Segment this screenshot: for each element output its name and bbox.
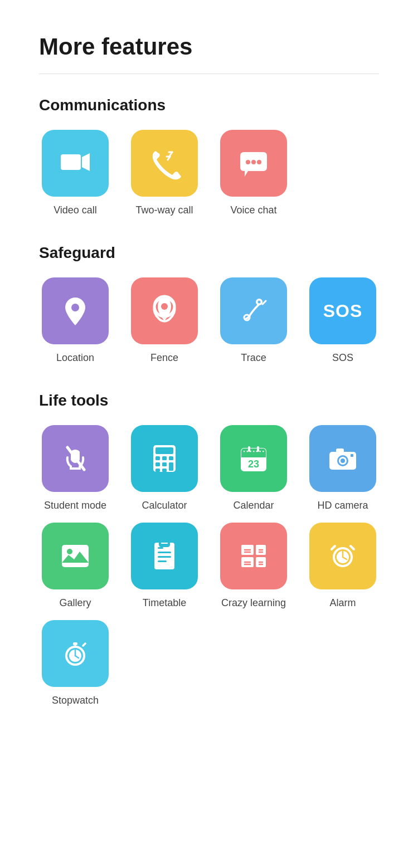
- svg-rect-0: [61, 154, 81, 170]
- icon-box-student-mode: [42, 425, 109, 492]
- communications-grid: Video call Two-way call: [39, 130, 379, 216]
- svg-line-75: [83, 643, 85, 646]
- icon-box-video-call: [42, 130, 109, 197]
- feature-two-way-call[interactable]: Two-way call: [128, 130, 201, 216]
- section-title-communications: Communications: [39, 96, 379, 114]
- section-title-life-tools: Life tools: [39, 392, 379, 409]
- svg-marker-3: [245, 171, 248, 177]
- feature-voice-chat[interactable]: Voice chat: [217, 130, 290, 216]
- svg-rect-23: [162, 469, 167, 472]
- svg-line-67: [351, 546, 354, 549]
- feature-location[interactable]: Location: [39, 277, 111, 364]
- label-location: Location: [56, 352, 94, 364]
- svg-rect-40: [336, 448, 344, 453]
- mute-icon: [59, 442, 92, 475]
- svg-rect-42: [62, 545, 89, 567]
- alarm-icon: [326, 539, 359, 573]
- svg-rect-20: [162, 462, 167, 466]
- label-calculator: Calculator: [142, 500, 187, 511]
- icon-box-hd-camera: [309, 425, 376, 492]
- icon-box-stopwatch: [42, 620, 109, 687]
- icon-box-trace: [220, 277, 287, 344]
- svg-point-12: [258, 301, 261, 304]
- safeguard-grid: Location Fence: [39, 277, 379, 364]
- icon-box-crazy-learning: [220, 523, 287, 589]
- label-voice-chat: Voice chat: [230, 204, 276, 216]
- svg-rect-45: [158, 547, 163, 549]
- svg-rect-18: [169, 456, 173, 460]
- svg-point-4: [246, 160, 250, 164]
- svg-rect-31: [241, 454, 266, 457]
- section-title-safeguard: Safeguard: [39, 244, 379, 262]
- label-trace: Trace: [241, 352, 266, 364]
- trace-icon: [237, 294, 270, 328]
- feature-crazy-learning[interactable]: Crazy learning: [217, 523, 290, 609]
- icon-box-calculator: [131, 425, 198, 492]
- phone-icon: [148, 147, 181, 180]
- svg-rect-47: [158, 556, 171, 558]
- icon-box-timetable: [131, 523, 198, 589]
- feature-video-call[interactable]: Video call: [39, 130, 111, 216]
- svg-rect-16: [155, 456, 160, 460]
- icon-box-two-way-call: [131, 130, 198, 197]
- feature-alarm[interactable]: Alarm: [307, 523, 379, 609]
- feature-hd-camera[interactable]: HD camera: [307, 425, 379, 511]
- timetable-icon: [148, 539, 181, 573]
- stopwatch-icon: [59, 637, 92, 670]
- svg-text:23: 23: [248, 459, 259, 470]
- feature-sos[interactable]: SOS SOS: [307, 277, 379, 364]
- svg-point-9: [161, 303, 168, 310]
- feature-fence[interactable]: Fence: [128, 277, 201, 364]
- feature-student-mode[interactable]: Student mode: [39, 425, 111, 511]
- label-calendar: Calendar: [233, 500, 274, 511]
- svg-rect-19: [155, 462, 160, 466]
- svg-point-43: [67, 549, 72, 554]
- svg-rect-48: [158, 560, 167, 562]
- icon-box-fence: [131, 277, 198, 344]
- page-title: More features: [39, 33, 379, 60]
- svg-point-7: [71, 304, 79, 311]
- label-stopwatch: Stopwatch: [52, 695, 99, 706]
- svg-marker-1: [82, 153, 90, 171]
- label-timetable: Timetable: [143, 597, 186, 609]
- video-icon: [59, 147, 92, 180]
- sos-text-label: SOS: [323, 301, 363, 321]
- icon-box-voice-chat: [220, 130, 287, 197]
- section-life-tools: Life tools Student mode: [39, 392, 379, 706]
- label-student-mode: Student mode: [44, 500, 106, 511]
- gallery-icon: [59, 539, 92, 573]
- feature-stopwatch[interactable]: Stopwatch: [39, 620, 111, 706]
- location-pin-icon: [59, 294, 92, 328]
- chat-icon: [237, 147, 270, 180]
- svg-point-5: [251, 160, 256, 164]
- svg-rect-17: [162, 456, 167, 460]
- svg-rect-41: [351, 454, 353, 457]
- calculator-icon: [148, 442, 181, 475]
- feature-timetable[interactable]: Timetable: [128, 523, 201, 609]
- fence-icon: [148, 294, 181, 328]
- life-tools-grid: Student mode: [39, 425, 379, 706]
- feature-trace[interactable]: Trace: [217, 277, 290, 364]
- icon-box-calendar: 23 ▪ ▪ ▪ ▪ ▪ ▪ ▪: [220, 425, 287, 492]
- label-hd-camera: HD camera: [317, 500, 368, 511]
- label-two-way-call: Two-way call: [135, 204, 193, 216]
- svg-text:▪ ▪ ▪ ▪ ▪ ▪ ▪: ▪ ▪ ▪ ▪ ▪ ▪ ▪: [243, 448, 264, 454]
- svg-rect-22: [155, 469, 160, 472]
- calendar-icon: 23 ▪ ▪ ▪ ▪ ▪ ▪ ▪: [237, 442, 270, 475]
- feature-calculator[interactable]: Calculator: [128, 425, 201, 511]
- feature-calendar[interactable]: 23 ▪ ▪ ▪ ▪ ▪ ▪ ▪ Calendar: [217, 425, 290, 511]
- feature-gallery[interactable]: Gallery: [39, 523, 111, 609]
- label-crazy-learning: Crazy learning: [221, 597, 286, 609]
- icon-box-location: [42, 277, 109, 344]
- divider: [39, 74, 379, 74]
- label-sos: SOS: [332, 352, 353, 364]
- label-video-call: Video call: [54, 204, 97, 216]
- icon-box-alarm: [309, 523, 376, 589]
- icon-box-sos: SOS: [309, 277, 376, 344]
- label-alarm: Alarm: [329, 597, 356, 609]
- svg-rect-15: [155, 447, 173, 454]
- label-fence: Fence: [150, 352, 178, 364]
- label-gallery: Gallery: [59, 597, 91, 609]
- crazy-learning-icon: [237, 539, 270, 573]
- page-container: More features Communications Video call: [0, 0, 418, 779]
